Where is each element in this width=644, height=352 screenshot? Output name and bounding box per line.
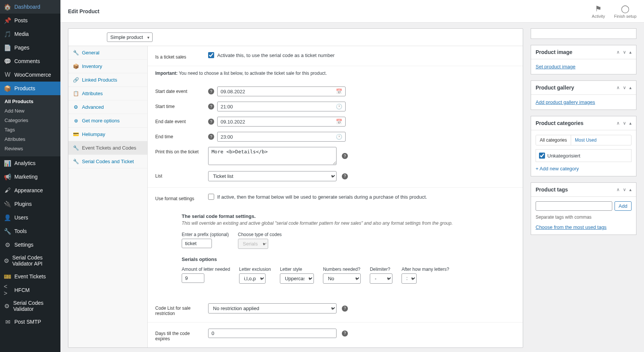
delimiter-select[interactable]: - [370,273,392,284]
tab-most-used[interactable]: Most Used [571,135,600,145]
category-item[interactable]: Unkategorisiert [539,153,628,159]
help-icon[interactable]: ? [342,330,348,337]
sidebar-item-woocommerce[interactable]: WWooCommerce [0,68,60,82]
move-up-icon[interactable]: ∧ [616,85,620,90]
sidebar-subitem-all-products[interactable]: All Products [0,97,60,106]
activity-label: Activity [592,14,605,19]
help-icon[interactable]: ? [208,88,214,94]
product-tab-event-tickets-and-codes[interactable]: 🔧Event Tickets and Codes [68,141,147,155]
end-time-input[interactable]: 23:00 🕐 [217,132,346,142]
help-icon[interactable]: ? [208,103,214,110]
print-ticket-textarea[interactable]: More <b>Details</b> [208,147,337,165]
move-down-icon[interactable]: ∨ [623,120,626,126]
toggle-icon[interactable]: ▴ [629,120,632,126]
finish-setup-button[interactable]: ◯ Finish setup [614,4,636,19]
product-tab-serial-codes-and-ticket[interactable]: 🔧Serial Codes and Ticket [68,155,147,168]
product-tab-get-more-options[interactable]: ⊕Get more options [68,114,147,128]
sidebar-item-dashboard[interactable]: 🏠Dashboard [0,0,60,14]
list-label: List [155,171,204,179]
product-tab-general[interactable]: 🔧General [68,46,147,60]
help-icon[interactable]: ? [342,306,348,312]
sidebar-item-marketing[interactable]: 📢Marketing [0,170,60,184]
use-format-checkbox[interactable] [208,194,214,200]
tab-all-categories[interactable]: All categories [536,135,571,145]
help-icon[interactable]: ? [342,153,348,159]
product-type-select[interactable]: Simple product [107,32,153,42]
move-up-icon[interactable]: ∧ [616,120,620,126]
help-icon[interactable]: ? [208,119,214,125]
sidebar-item-pages[interactable]: 📄Pages [0,41,60,54]
product-tab-inventory[interactable]: 📦Inventory [68,60,147,73]
after-letters-select[interactable]: 3 [402,273,417,284]
ticket-sales-description: Activate this, to use the serial code as… [217,52,335,58]
set-product-image-link[interactable]: Set product image [536,64,576,69]
sidebar-item-post-smtp[interactable]: ✉Post SMTP [0,315,60,329]
sidebar-item-plugins[interactable]: 🔌Plugins [0,197,60,211]
sidebar-item-label: Marketing [14,174,37,180]
use-format-description: If active, then the format below will be… [217,194,427,200]
toggle-icon[interactable]: ▴ [629,187,632,192]
move-up-icon[interactable]: ∧ [616,187,620,192]
mail-icon: ✉ [4,318,11,326]
move-down-icon[interactable]: ∨ [623,187,626,192]
restriction-label: Code List for sale restriction [155,303,204,316]
sidebar-item-products[interactable]: 📦Products [0,82,60,95]
list-select[interactable]: Ticket list [208,171,337,181]
sidebar-item-serial-codes-validator-api[interactable]: ⚙Serial Codes Validator API [0,252,60,270]
sidebar-item-label: Event Tickets [14,273,46,279]
gear-icon: ⚙ [4,257,9,264]
product-tab-attributes[interactable]: 📋Attributes [68,87,147,100]
start-date-label: Start date event [155,86,204,94]
sidebar-item-label: Analytics [14,160,36,166]
exclusion-select[interactable]: i,l,o,p,q [239,273,266,284]
sidebar-item-hfcm[interactable]: < >HFCM [0,283,60,297]
sidebar-item-settings[interactable]: ⚙Settings [0,238,60,252]
sidebar-subitem-attributes[interactable]: Attributes [0,134,60,144]
sidebar-item-serial-codes-validator[interactable]: ⚙Serial Codes Validator [0,297,60,315]
toggle-icon[interactable]: ▴ [629,49,632,55]
sidebar-item-posts[interactable]: 📌Posts [0,14,60,27]
sidebar-item-label: Products [14,85,35,91]
category-checkbox[interactable] [539,153,545,159]
sidebar-item-event-tickets[interactable]: 🎫Event Tickets [0,270,60,283]
clock-icon: 🕐 [336,134,342,140]
toggle-icon[interactable]: ▴ [629,85,632,90]
product-tab-linked-products[interactable]: 🔗Linked Products [68,73,147,87]
tab-label: Advanced [82,104,104,110]
restriction-select[interactable]: No restriction applied [208,303,337,313]
ticket-sales-checkbox[interactable] [208,52,214,58]
prefix-input[interactable] [182,239,212,248]
letter-style-select[interactable]: Uppercase [280,273,314,284]
activity-button[interactable]: ⚑ Activity [592,4,605,19]
start-time-input[interactable]: 21:00 🕐 [217,102,346,111]
product-tab-advanced[interactable]: ⚙Advanced [68,100,147,114]
move-down-icon[interactable]: ∨ [623,85,626,90]
sidebar-item-media[interactable]: 🎵Media [0,27,60,41]
amount-label: Amount of letter needed [182,267,230,272]
move-down-icon[interactable]: ∨ [623,49,626,55]
pin-icon: 📌 [4,17,11,24]
amount-input[interactable] [182,273,204,283]
sidebar-item-analytics[interactable]: 📊Analytics [0,156,60,170]
product-tab-heliumpay[interactable]: 💳Heliumpay [68,128,147,141]
add-gallery-images-link[interactable]: Add product gallery images [536,99,595,105]
help-icon[interactable]: ? [342,173,348,179]
sidebar-subitem-reviews[interactable]: Reviews [0,144,60,153]
expire-input[interactable] [208,329,337,338]
sidebar-item-appearance[interactable]: 🖌Appearance [0,184,60,197]
add-category-link[interactable]: + Add new category [536,166,632,171]
help-icon[interactable]: ? [208,134,214,140]
sidebar-item-users[interactable]: 👤Users [0,211,60,224]
move-up-icon[interactable]: ∧ [616,49,620,55]
tag-input[interactable] [536,201,612,211]
sidebar-subitem-add-new[interactable]: Add New [0,106,60,116]
numbers-select[interactable]: No [323,273,361,284]
sidebar-subitem-categories[interactable]: Categories [0,116,60,125]
sidebar-subitem-tags[interactable]: Tags [0,125,60,134]
start-date-input[interactable]: 09.08.2022 📅 [217,86,346,96]
add-tag-button[interactable]: Add [615,201,632,211]
sidebar-item-comments[interactable]: 💬Comments [0,54,60,68]
choose-tags-link[interactable]: Choose from the most used tags [536,224,607,230]
sidebar-item-tools[interactable]: 🔧Tools [0,224,60,238]
end-date-input[interactable]: 09.10.2022 📅 [217,117,346,127]
